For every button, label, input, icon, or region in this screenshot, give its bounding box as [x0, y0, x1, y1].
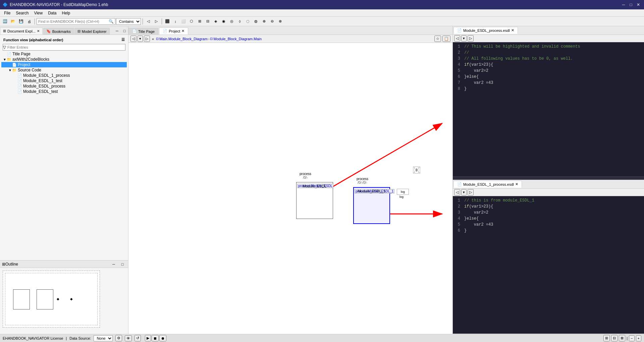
breadcrumb-item-2[interactable]: ⊡ Module_Block_Diagram.Main: [210, 37, 262, 41]
code-tab-close-2[interactable]: ✕: [515, 182, 518, 186]
status-sep: |: [627, 336, 628, 340]
main-layout: ⊞ Document Expl... ✕ 🔖 Bookmarks ⊟ Model…: [0, 26, 644, 334]
toolbar-btn-e[interactable]: ⊞: [196, 18, 203, 25]
code-nav-fwd[interactable]: ▷: [468, 35, 474, 42]
toolbar-btn-g[interactable]: ◈: [212, 18, 219, 25]
code-hscrollbar-top[interactable]: [453, 176, 644, 180]
tree-item-project[interactable]: 📄 Project: [1, 62, 127, 67]
toolbar-btn-c[interactable]: ⬜: [180, 18, 187, 25]
breadcrumb-fwd-btn[interactable]: ▷: [144, 36, 150, 42]
toolbar-save-btn[interactable]: 💾: [17, 18, 25, 25]
toolbar-btn-j[interactable]: ◊: [236, 18, 244, 25]
tree-label: Module_ESDL_1_process: [23, 73, 70, 78]
tree-item-title-page[interactable]: 📄 Title Page: [1, 51, 127, 57]
panel-minimize-btn[interactable]: ─: [113, 27, 121, 35]
tab-close[interactable]: ✕: [181, 29, 184, 33]
datasource-dropdown[interactable]: None: [94, 335, 113, 341]
breadcrumb-back-btn[interactable]: ◁: [130, 36, 137, 42]
status-refresh-btn[interactable]: ↺: [135, 335, 141, 341]
breadcrumb-sep: ›: [208, 37, 210, 41]
panel-maximize-btn[interactable]: □: [121, 27, 128, 35]
breadcrumb-item-1[interactable]: ⊡ Main.Module_Block_Diagram: [156, 37, 208, 41]
toolbar-btn-i[interactable]: ◎: [228, 18, 235, 25]
toolbar-btn-b[interactable]: ↕: [172, 18, 179, 25]
filter-input[interactable]: [6, 45, 125, 49]
code-tab-label: Module_ESDL_process.esdl: [463, 28, 510, 33]
minimize-button[interactable]: ─: [621, 2, 627, 8]
search-input[interactable]: [38, 19, 109, 23]
status-grid-1[interactable]: ⊞: [603, 335, 610, 341]
toolbar-btn-m[interactable]: ⊕: [260, 18, 268, 25]
line-num-b2: 2: [453, 204, 463, 210]
tree-toggle: [13, 90, 17, 94]
code-nav-dropdown-2[interactable]: ▾: [461, 189, 467, 195]
status-eye-btn[interactable]: 👁: [125, 335, 132, 341]
code-nav-dropdown[interactable]: ▾: [461, 35, 467, 42]
list-icon: ☰: [121, 38, 125, 42]
tab-model-explorer[interactable]: ⊟ Model Explorer: [74, 28, 110, 35]
toolbar-btn-k[interactable]: ◌: [244, 18, 252, 25]
outline-icon: ⊞: [2, 262, 5, 267]
status-zoom-in[interactable]: +: [636, 335, 641, 341]
code-nav-fwd-2[interactable]: ▷: [468, 189, 474, 195]
tree-item-source-code[interactable]: ▼ 📁 Source Code: [1, 67, 127, 73]
outline-maximize-btn[interactable]: □: [119, 261, 126, 268]
toolbar-print-btn[interactable]: 🖨: [25, 18, 33, 25]
status-btn-record[interactable]: ⏺: [159, 335, 166, 341]
menu-data[interactable]: Data: [45, 10, 59, 16]
status-zoom-out[interactable]: −: [629, 335, 634, 341]
toolbar-new-btn[interactable]: 🆕: [1, 18, 9, 25]
toolbar-btn-n[interactable]: ⊖: [268, 18, 276, 25]
resize-icon[interactable]: [413, 166, 420, 175]
cross-svg: [413, 166, 420, 174]
code-tab-module-esdl-process[interactable]: 📄 Module_ESDL_process.esdl ✕: [453, 27, 518, 34]
status-btn-stop[interactable]: ⏹: [152, 335, 159, 341]
tab-document-explorer[interactable]: ⊞ Document Expl... ✕: [0, 27, 43, 35]
line-num-6: 6: [453, 74, 463, 80]
menu-file[interactable]: File: [1, 10, 13, 16]
breadcrumb-dropdown-btn[interactable]: ▾: [138, 36, 143, 42]
close-button[interactable]: ✕: [635, 2, 641, 8]
toolbar-btn-h[interactable]: ◉: [220, 18, 227, 25]
tab-title-page[interactable]: 📄 Title Page: [128, 28, 158, 35]
toolbar-btn-o[interactable]: ⊗: [276, 18, 284, 25]
tree-item-module-esdl-1-test[interactable]: 📄 Module_ESDL_1_test: [1, 78, 127, 83]
contains-dropdown[interactable]: Contains: [116, 18, 141, 25]
outline-minimize-btn[interactable]: ─: [110, 261, 117, 268]
tab-bookmarks[interactable]: 🔖 Bookmarks: [43, 28, 74, 35]
bookmark-btn[interactable]: ☆: [434, 36, 441, 42]
toolbar-btn-f[interactable]: ⊟: [204, 18, 211, 25]
code-nav-back-2[interactable]: ◁: [454, 189, 460, 195]
status-gear-btn[interactable]: ⚙: [115, 335, 122, 341]
toolbar-nav-back-btn[interactable]: ◁: [145, 18, 152, 25]
code-tab-module-esdl-1-process[interactable]: 📄 Module_ESDL_1_process.esdl ✕: [453, 181, 522, 188]
tree-item-axlwith2codeblocks[interactable]: ▼ 📁 axlWith2CodeBlocks: [1, 57, 127, 62]
toolbar-btn-a[interactable]: ⬛: [164, 18, 171, 25]
copy-btn[interactable]: 📋: [442, 36, 450, 42]
toolbar-btn-d[interactable]: ⬡: [188, 18, 195, 25]
toolbar-open-btn[interactable]: 📂: [9, 18, 17, 25]
line-code-b5: var2 =43: [463, 222, 644, 228]
left-tabs: ⊞ Document Expl... ✕ 🔖 Bookmarks ⊟ Model…: [0, 26, 128, 35]
tab-project[interactable]: 📄 Project ✕: [159, 27, 188, 35]
code-tab-close[interactable]: ✕: [511, 28, 514, 33]
status-btn-play[interactable]: ▶: [145, 335, 151, 341]
log-label: log: [399, 195, 404, 198]
tab-label: Project: [169, 29, 180, 33]
toolbar-btn-l[interactable]: ◍: [252, 18, 260, 25]
code-nav-back[interactable]: ◁: [454, 35, 460, 42]
tree-item-module-esdl-process[interactable]: 📄 Module_ESDL_process: [1, 83, 127, 89]
maximize-button[interactable]: □: [628, 2, 634, 8]
center-tabs: 📄 Title Page 📄 Project ✕: [128, 26, 452, 35]
code-nav-bar-top: ◁ ▾ ▷: [453, 35, 644, 42]
menu-search[interactable]: Search: [13, 10, 31, 16]
tab-doc-close[interactable]: ✕: [37, 29, 40, 33]
status-grid-2[interactable]: ⊟: [611, 335, 618, 341]
file-icon: 📄: [17, 79, 22, 83]
tree-item-module-esdl-test[interactable]: 📄 Module_ESDL_test: [1, 89, 127, 94]
menu-view[interactable]: View: [31, 10, 45, 16]
toolbar-nav-fwd-btn[interactable]: ▷: [153, 18, 160, 25]
menu-help[interactable]: Help: [59, 10, 73, 16]
tree-item-module-esdl-1-process[interactable]: 📄 Module_ESDL_1_process: [1, 73, 127, 78]
status-layout-btn[interactable]: ⊠: [619, 335, 625, 341]
